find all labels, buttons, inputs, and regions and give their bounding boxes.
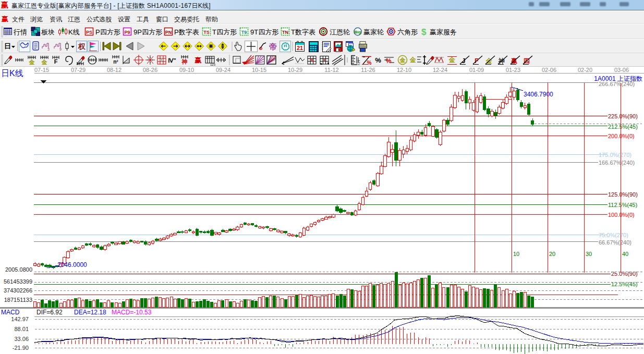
svg-text:TS: TS [203,30,210,35]
svg-text:212.5%(45): 212.5%(45) [608,124,638,130]
svg-text:01-23: 01-23 [506,67,520,73]
svg-text:赢家服务: 赢家服务 [430,28,457,36]
svg-text:09-24: 09-24 [216,67,230,73]
svg-text:02-20: 02-20 [578,67,592,73]
svg-text:11-26: 11-26 [361,67,375,73]
svg-text:88.01: 88.01 [14,326,29,332]
svg-text:100.0%(0): 100.0%(0) [608,212,635,218]
svg-text:123: 123 [357,60,360,66]
svg-text:02-06: 02-06 [542,67,556,73]
svg-text:Ⅳ": Ⅳ" [168,57,176,64]
svg-text:Big: Big [355,30,361,34]
svg-text:08-26: 08-26 [143,67,157,73]
svg-text:9P四方形: 9P四方形 [133,28,162,36]
svg-text:07-29: 07-29 [71,67,86,73]
svg-text:2005.0800: 2005.0800 [5,266,32,273]
svg-text:08-12: 08-12 [107,67,121,73]
svg-text:142.97: 142.97 [11,316,29,322]
svg-text:03-06: 03-06 [614,67,629,73]
svg-text:25.0%(90): 25.0%(90) [611,271,638,277]
svg-text:日: 日 [4,42,11,50]
svg-text:07-15: 07-15 [34,67,49,73]
svg-text:神: 神 [181,58,188,65]
svg-text:166.67%(240): 166.67%(240) [599,160,635,166]
svg-text:374302266: 374302266 [4,287,32,294]
svg-text:K线: K线 [68,28,80,36]
svg-text:金: 金 [399,57,406,63]
svg-text:P9: P9 [124,30,130,35]
svg-text:09-10: 09-10 [179,67,194,73]
svg-text:$: $ [421,27,427,37]
svg-text:江恩轮: 江恩轮 [330,28,350,36]
svg-text:金: 金 [29,59,35,65]
svg-text:DIF=6.92: DIF=6.92 [37,309,63,316]
svg-text:125.0%(90): 125.0%(90) [608,191,638,198]
svg-text:225.0%(90): 225.0%(90) [608,113,638,119]
svg-text:n²: n² [113,59,118,65]
svg-text:266.67%(240): 266.67%(240) [599,81,635,87]
svg-text:175.0%(270): 175.0%(270) [599,152,631,158]
svg-text:TN: TN [282,30,288,35]
svg-text:200.0%(0): 200.0%(0) [608,133,635,139]
svg-text:PS: PS [86,30,92,35]
svg-text:12-24: 12-24 [433,67,447,73]
svg-text:P四方形: P四方形 [95,28,120,36]
svg-text:66.67%(240): 66.67%(240) [599,239,631,246]
svg-text:10-15: 10-15 [252,67,266,73]
svg-text:112.5%(45): 112.5%(45) [608,202,637,208]
svg-text:赢家轮: 赢家轮 [363,28,384,36]
svg-text:%: % [386,57,392,65]
svg-text:赢: 赢 [195,56,202,64]
svg-text:21: 21 [297,45,303,51]
svg-text:日K线: 日K线 [1,69,23,78]
svg-text:2046.0000: 2046.0000 [57,261,87,268]
svg-text:板块: 板块 [41,28,55,36]
svg-text:权: 权 [78,42,86,51]
svg-text:T数字表: T数字表 [291,28,315,36]
svg-text:金: 金 [409,56,416,64]
svg-text:帝: 帝 [269,42,277,51]
svg-text:PN: PN [165,30,172,35]
svg-text:MACD=-10.53: MACD=-10.53 [112,309,152,316]
svg-text:01-09: 01-09 [469,67,484,73]
svg-text:9: 9 [59,47,62,51]
svg-text:金: 金 [41,59,48,65]
svg-text:12.5%(45): 12.5%(45) [611,281,638,287]
svg-text:F: F [54,58,58,65]
svg-text:%: % [375,56,381,64]
svg-text:3: 3 [47,47,50,51]
svg-text:行情: 行情 [13,28,27,36]
svg-text:10-29: 10-29 [288,67,302,73]
svg-text:%: % [367,60,372,66]
svg-text:六角形: 六角形 [397,28,418,36]
svg-text:T四方形: T四方形 [212,28,237,36]
svg-text:20: 20 [549,251,555,257]
svg-text:40: 40 [622,251,628,257]
svg-text:金: 金 [448,56,455,64]
svg-text:12-10: 12-10 [397,67,411,73]
svg-text:11-12: 11-12 [324,67,338,73]
svg-text:123: 123 [210,63,216,66]
svg-text:75.0%(270): 75.0%(270) [599,232,628,238]
svg-text:MACD: MACD [1,309,20,316]
svg-text:T9: T9 [241,30,247,35]
svg-text:3406.7900: 3406.7900 [524,91,553,98]
svg-text:561453399: 561453399 [4,278,32,285]
svg-text:10: 10 [513,251,519,257]
svg-text:9T四方形: 9T四方形 [250,28,278,36]
svg-text:33.06: 33.06 [14,336,29,342]
svg-text:P数字表: P数字表 [174,28,199,36]
svg-text:187151133: 187151133 [4,297,32,303]
svg-text:30: 30 [586,251,592,257]
svg-text:DEA=12.18: DEA=12.18 [74,309,106,316]
svg-text:-21.90: -21.90 [13,345,29,351]
